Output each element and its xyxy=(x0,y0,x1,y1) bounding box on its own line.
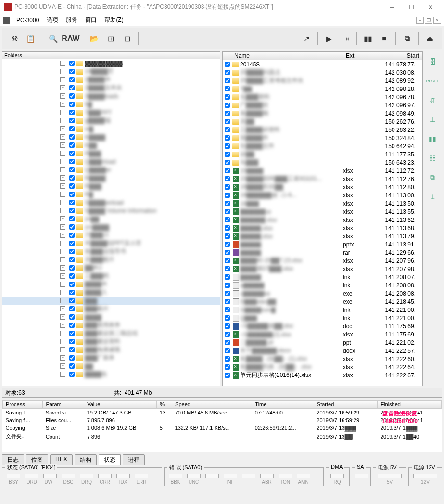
tree-checkbox[interactable] xyxy=(69,118,75,123)
expand-icon[interactable]: + xyxy=(60,323,65,328)
tree2-icon[interactable]: ⊟ xyxy=(120,31,134,46)
file-checkbox[interactable] xyxy=(225,315,230,321)
file-row[interactable]: 马▓▓▓150 643 23. xyxy=(223,158,422,167)
expand-icon[interactable]: + xyxy=(60,183,65,189)
tree-checkbox[interactable] xyxy=(69,298,75,303)
tree-row[interactable]: +S▓▓▓▓ Volume Information xyxy=(2,207,220,215)
file-row[interactable]: 冬▓▓▓▓（技▓▓）(1).xlsxxlsx141 222 60. xyxy=(223,355,422,363)
expand-icon[interactable]: + xyxy=(60,273,65,279)
pause2-icon[interactable]: ▮▮ xyxy=(427,133,438,144)
tree-row[interactable]: +▓▓▓▓▓▓▓▓▓ xyxy=(2,59,220,67)
file-checkbox[interactable] xyxy=(225,201,230,206)
file-checkbox[interactable] xyxy=(225,143,230,149)
tree-checkbox[interactable] xyxy=(69,126,75,131)
expand-icon[interactable]: + xyxy=(60,102,65,107)
file-row[interactable]: 二▓▓▓▓▓.ptppt141 221 02. xyxy=(223,338,422,347)
tree-row[interactable]: +Q▓▓▓▓er xyxy=(2,166,220,174)
expand-icon[interactable]: + xyxy=(60,85,65,90)
expand-icon[interactable]: + xyxy=(60,257,65,262)
tree-checkbox[interactable] xyxy=(69,323,75,328)
file-row[interactable]: ▓▓▓▓▓▓sxxlsx141 113 55. xyxy=(223,207,422,216)
file-row[interactable]: ▓▓▓▓时-20▓▓7.23.xlsxxlsx141 207 96. xyxy=(223,257,422,265)
tree-row[interactable]: +▓▓▓▓告 xyxy=(2,370,220,378)
expand-icon[interactable]: + xyxy=(60,298,65,303)
minimize-button[interactable]: ─ xyxy=(382,0,402,14)
tree-row[interactable]: +▓▓▓厂表单 xyxy=(2,354,220,362)
file-row[interactable]: ▓▓▓▓▓.xlsxxlsx141 113 79. xyxy=(223,232,422,240)
file-row[interactable]: 16▓▓▓▓车间▓▓xlsx141 112 80. xyxy=(223,183,422,191)
file-row[interactable]: 工▓▓▓▓训资料150 263 22. xyxy=(223,126,422,134)
file-row[interactable]: 生▓▓▓▓文件150 642 94. xyxy=(223,142,422,150)
tree-row[interactable]: +▓▓▓使用表单 xyxy=(2,321,220,329)
file-checkbox[interactable] xyxy=(225,152,230,157)
expand-icon[interactable]: + xyxy=(60,61,65,66)
reset-icon[interactable]: RESET xyxy=(427,75,438,87)
db-icon[interactable]: 🗄 xyxy=(427,56,438,67)
process-col[interactable]: Started xyxy=(314,401,378,409)
tree-checkbox[interactable] xyxy=(69,167,75,172)
expand-icon[interactable]: + xyxy=(60,290,65,295)
tree-checkbox[interactable] xyxy=(69,110,75,115)
tree-row[interactable]: +▓▓▓图片 xyxy=(2,305,220,313)
expand-icon[interactable]: + xyxy=(60,175,65,181)
tree-checkbox[interactable] xyxy=(69,331,75,336)
tree-checkbox[interactable] xyxy=(69,159,75,164)
process-row[interactable]: CopyingSize1 008.6 MB/ 19.2 GB5132.2 KB/… xyxy=(3,424,442,432)
file-checkbox[interactable] xyxy=(225,233,230,239)
file-checkbox[interactable] xyxy=(225,258,230,263)
tree-row[interactable]: +K▓▓ xyxy=(2,141,220,149)
tree-checkbox[interactable] xyxy=(69,265,75,271)
file-row[interactable]: 我▓▓▓▓件150 324 84. xyxy=(223,134,422,142)
file-checkbox[interactable] xyxy=(225,135,230,141)
tree-row[interactable]: +R▓▓▓▓ xyxy=(2,174,220,182)
open-icon[interactable]: 📂 xyxy=(87,31,101,46)
file-checkbox[interactable] xyxy=(225,193,230,198)
ruler-icon[interactable]: ⟂ xyxy=(427,191,438,202)
tree-row[interactable]: +P▓▓▓ xyxy=(2,149,220,157)
file-row[interactable]: 16▓▓▓xlsx141 113 50. xyxy=(223,199,422,207)
tree-row[interactable]: +▓▓▓▓入 xyxy=(2,288,220,297)
expand-icon[interactable]: + xyxy=(60,224,65,230)
tree-row[interactable]: +万▓▓▓川 xyxy=(2,231,220,239)
tree-checkbox[interactable] xyxy=(69,134,75,140)
copy-icon[interactable]: ⧉ xyxy=(400,31,414,46)
file-row[interactable]: a▓▓▓▓▓lnk141 208 08. xyxy=(223,281,422,289)
process-col[interactable]: Speed xyxy=(172,401,252,409)
file-checkbox[interactable] xyxy=(225,266,230,271)
tree-row[interactable]: +2▓▓▓▓件 xyxy=(2,76,220,84)
tree-row[interactable]: +K▓▓▓▓ xyxy=(2,133,220,141)
file-row[interactable]: 单元同步表格)2016(14).xlsxxlsx141 222 67. xyxy=(223,371,422,379)
expand-icon[interactable]: + xyxy=(60,77,65,82)
file-row[interactable]: ~S▓▓▓▓▓道▓▓.docdoc111 175 69. xyxy=(223,322,422,330)
tree-row[interactable]: +18▓▓▓▓芳 xyxy=(2,67,220,76)
tree-checkbox[interactable] xyxy=(69,142,75,148)
file-row[interactable]: 16▓▓▓▓▓▓据（1-6...xlsx141 113 00. xyxy=(223,191,422,199)
play-icon[interactable]: ▶ xyxy=(322,31,336,46)
process-col[interactable]: Finished xyxy=(378,401,442,409)
file-row[interactable]: ▓▓▓▓资07▓▓▓.xlsxxlsx141 207 98. xyxy=(223,265,422,273)
file-row[interactable]: 冬▓▓▓▓列表（技▓▓）.xlsxxlsx141 222 64. xyxy=(223,363,422,371)
tree-checkbox[interactable] xyxy=(69,216,75,221)
tree-checkbox[interactable] xyxy=(69,192,75,197)
tree-row[interactable]: +▓▓▓海康威视 xyxy=(2,346,220,354)
tree-row[interactable]: +R▓ xyxy=(2,190,220,198)
tree-checkbox[interactable] xyxy=(69,200,75,205)
tree-checkbox[interactable] xyxy=(69,85,75,90)
expand-icon[interactable]: + xyxy=(60,339,65,344)
file-row[interactable]: 广▓▓▓▓目142 096 97. xyxy=(223,101,422,109)
tree-row[interactable]: +g▓▓▓▓端 xyxy=(2,116,220,125)
expand-icon[interactable]: + xyxy=(60,192,65,197)
tree-checkbox[interactable] xyxy=(69,339,75,344)
tree-checkbox[interactable] xyxy=(69,69,75,74)
expand-icon[interactable]: + xyxy=(60,347,65,352)
file-checkbox[interactable] xyxy=(225,160,230,165)
expand-icon[interactable]: + xyxy=(60,110,65,115)
tree-checkbox[interactable] xyxy=(69,77,75,82)
menu-window[interactable]: 窗口 xyxy=(81,16,101,24)
tab-process[interactable]: 进程 xyxy=(123,454,145,465)
file-checkbox[interactable] xyxy=(225,176,230,181)
process-row[interactable]: 文件夹...Count7 8962019/3/7 13▓▓2019/3/7 1▓… xyxy=(3,432,442,441)
tree-row[interactable]: +各▓▓▓业指导书 xyxy=(2,247,220,256)
tree-checkbox[interactable] xyxy=(69,241,75,246)
tab-status[interactable]: 状态 xyxy=(99,454,121,465)
